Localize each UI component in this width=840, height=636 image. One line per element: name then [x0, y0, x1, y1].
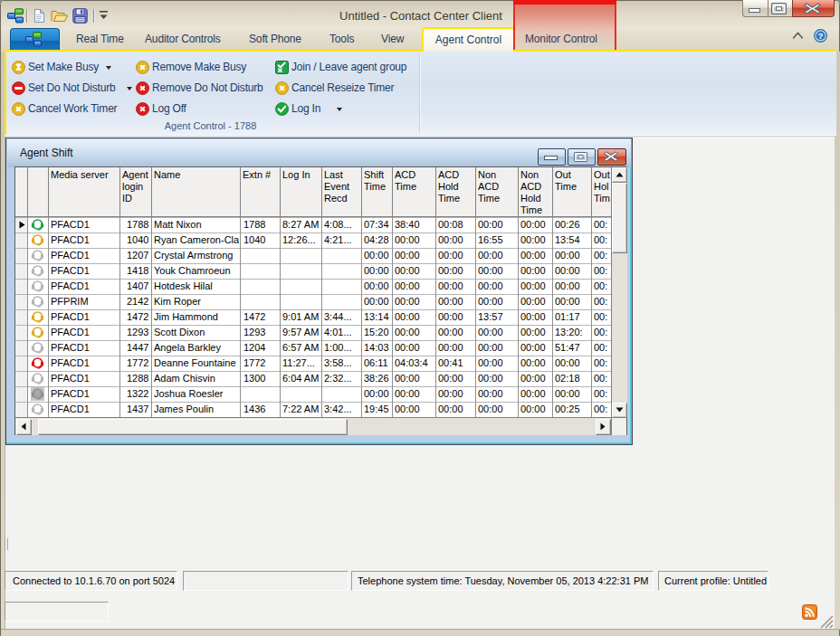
svg-text:?: ? — [818, 31, 824, 41]
